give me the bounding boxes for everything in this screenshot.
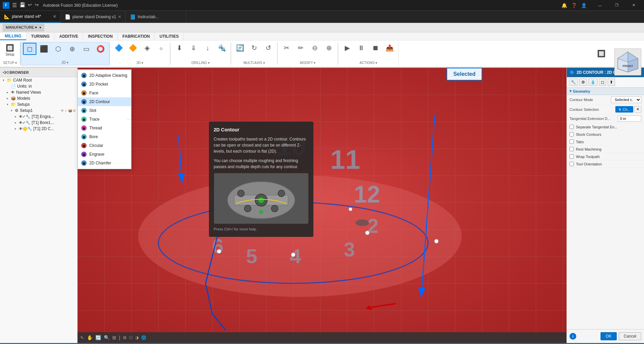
tab-drawing-v1[interactable]: 📄 planer stand Drawing v1 ✕ [61,11,126,23]
geometry-section-header[interactable]: ▾ Geometry [567,88,644,95]
ribbon-btn-mod-1[interactable]: ✂ [280,42,293,53]
vis-eye[interactable]: 👁 [61,109,64,113]
nav-cube[interactable]: FRONT [614,49,641,75]
tangential-ext-input[interactable] [618,116,641,122]
ribbon-btn-drill-3[interactable]: ↓ [201,42,214,53]
dialog-heights-btn[interactable]: ⬆ [608,79,615,86]
close-button[interactable]: ✕ [626,0,641,11]
dd-item-pocket[interactable]: ◼ 2D Pocket [78,80,131,89]
ribbon-btn-act-3[interactable]: ⏹ [369,42,382,53]
tab-close-1[interactable]: ✕ [53,14,56,19]
ribbon-btn-3d-4[interactable]: ⬦ [154,42,168,53]
restore-button[interactable]: ❐ [609,0,624,11]
dd-item-adaptive[interactable]: ◼ 2D Adaptive Clearing [78,71,131,80]
vis-box[interactable]: 📦 [68,109,72,113]
browser-item-engra[interactable]: ▸ 👁✓🔧 [T2] Engra... [0,114,77,120]
ribbon-btn-setup[interactable]: 🔲 Setup [3,42,17,58]
contour-choose-button[interactable]: 🖱 Ch... [615,106,633,113]
browser-item-named-views[interactable]: ▸ 👁 Named Views [0,89,77,95]
ribbon-btn-select-1[interactable]: 🔲 [595,48,608,59]
separate-tangential-check[interactable] [570,125,574,129]
vis-check[interactable]: ✓ [65,109,67,113]
vp-shading-icon[interactable]: ◑ [135,335,139,340]
toolbar-icon-menu[interactable]: ☰ [12,2,17,8]
ribbon-btn-act-1[interactable]: ▶ [340,42,354,53]
ribbon-btn-ma-3[interactable]: ↺ [262,42,275,53]
user-icon[interactable]: 👤 [581,3,587,8]
dd-item-slot[interactable]: ◼ Slot [78,106,131,115]
ribbon-btn-act-4[interactable]: 📤 [383,42,396,53]
dd-item-engrave[interactable]: ◼ Engrave [78,150,131,159]
toolbar-icon-redo[interactable]: ↪ [35,2,39,8]
ribbon-btn-mod-3[interactable]: ⊖ [308,42,321,53]
vp-zoom-icon[interactable]: 🔍 [104,335,110,340]
vp-cursor-icon[interactable]: ↖ [80,335,84,340]
contour-clear-button[interactable]: ✕ [634,106,641,113]
ribbon-btn-2d-pocket[interactable]: ⬛ [37,43,51,55]
browser-item-units[interactable]: 📄 Units: in [0,83,77,89]
dd-item-trace[interactable]: ◼ Trace [78,115,131,124]
tab-utilities[interactable]: UTILITIES [155,32,184,40]
vp-pan-icon[interactable]: ✋ [87,335,93,340]
tab-additive[interactable]: ADDITIVE [55,32,83,40]
ok-button[interactable]: OK [601,332,616,340]
tab-turning[interactable]: TURNING [26,32,55,40]
dialog-holders-btn[interactable]: ⚙ [579,79,587,86]
tab-milling[interactable]: MILLING [0,32,26,40]
vp-fit-icon[interactable]: ⊞ [112,335,116,340]
browser-item-root[interactable]: ▾ 📁 CAM Root [0,77,77,83]
ribbon-btn-2d-slot[interactable]: ▭ [80,43,93,55]
tab-planer-v4[interactable]: 📐 planer stand v4* ✕ [0,11,61,23]
ribbon-btn-mod-2[interactable]: ✏ [294,42,307,53]
stock-contours-check[interactable] [570,132,574,136]
tabs-check[interactable] [570,139,574,144]
dd-item-contour[interactable]: ◼ 2D Contour ··· [78,97,131,106]
ribbon-btn-drill-2[interactable]: ⇓ [187,42,200,53]
dd-item-circular[interactable]: ◼ Circular [78,141,131,150]
help-icon[interactable]: ❓ [571,3,577,8]
ribbon-btn-3d-3[interactable]: ◈ [140,42,154,53]
tab-instructa[interactable]: 📘 Instructab... [126,11,186,23]
ribbon-btn-3d-2[interactable]: 🔶 [126,42,140,53]
browser-item-setup1[interactable]: ▾ ⚙ Setup1 👁 ✓ 📦 ⚙ [0,107,77,114]
dd-item-face[interactable]: ◼ Face [78,89,131,97]
tab-inspection[interactable]: INSPECTION [83,32,118,40]
viewport[interactable]: 10 11 12 3 4 5 6 2 [78,68,566,343]
ribbon-btn-ma-2[interactable]: ↻ [247,42,261,53]
browser-item-2dc[interactable]: ▸ 👁🟡🔧 [T1] 2D C... [0,126,77,132]
minimize-button[interactable]: — [592,0,608,11]
ribbon-btn-2d-contour[interactable]: ⬡ [51,43,65,55]
bell-icon[interactable]: 🔔 [561,3,567,8]
vp-render-icon[interactable]: ⬡ [129,335,132,340]
ribbon-btn-mod-4[interactable]: ⊕ [322,42,336,53]
vp-grid-icon[interactable]: ⊞ [123,335,126,340]
cancel-button[interactable]: Cancel [619,332,641,340]
vp-orbit-icon[interactable]: 🔄 [95,335,101,340]
dd-item-thread[interactable]: ◼ Thread [78,124,131,132]
vis-gear[interactable]: ⚙ [73,109,76,113]
vp-scene-icon[interactable]: 🌐 [141,335,146,340]
toolbar-icon-save[interactable]: 💾 [20,2,25,8]
ribbon-btn-2d-more[interactable]: ⊕ [65,43,79,55]
ribbon-btn-3d-1[interactable]: 🔷 [112,42,125,53]
contour-mode-select[interactable]: Selected c... [611,96,641,103]
ribbon-btn-2d-circular[interactable]: ⭕ [94,43,107,55]
dd-item-chamfer[interactable]: ◼ 2D Chamfer [78,159,131,167]
browser-collapse-icon[interactable]: ◁◁ [3,70,8,74]
dialog-geometry-btn[interactable]: ◻ [599,79,606,86]
tool-orientation-check[interactable] [570,162,574,166]
wrap-toolpath-check[interactable] [570,154,574,159]
dialog-coolant-btn[interactable]: 💧 [588,79,597,86]
toolbar-icon-undo[interactable]: ↩ [28,2,32,8]
dd-item-bore[interactable]: ◼ Bore [78,132,131,141]
dialog-tool-btn[interactable]: 🔧 [569,79,578,86]
tab-close-2[interactable]: ✕ [118,14,121,19]
ribbon-btn-2d-adaptive[interactable]: ◻ [23,43,36,55]
ribbon-btn-ma-1[interactable]: 🔄 [233,42,247,53]
browser-item-models[interactable]: ▸ 📦 Models [0,95,77,101]
browser-item-bore1[interactable]: ▸ 👁✓🔧 [T1] Bore1... [0,120,77,126]
ribbon-btn-drill-1[interactable]: ⬇ [173,42,186,53]
info-icon[interactable]: i [570,333,576,340]
tab-fabrication[interactable]: FABRICATION [118,32,155,40]
rest-machining-check[interactable] [570,147,574,151]
